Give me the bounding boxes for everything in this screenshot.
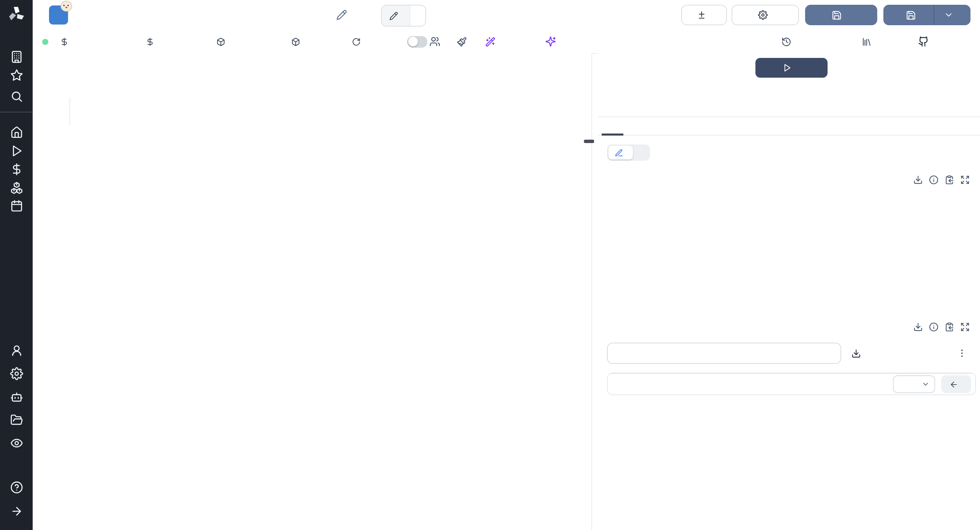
pane-divider: [592, 53, 592, 530]
audit-eye-icon[interactable]: [0, 437, 33, 450]
home-icon[interactable]: [0, 126, 33, 139]
favorites-star-icon[interactable]: [0, 69, 33, 82]
download-icon: [851, 348, 861, 358]
history-button[interactable]: [781, 30, 795, 53]
package-icon: [216, 37, 225, 46]
info-icon[interactable]: [929, 322, 939, 332]
save-icon: [831, 10, 842, 20]
add-variable-button[interactable]: [146, 30, 159, 53]
result-table: [607, 373, 976, 395]
copy-to-clipboard-icon[interactable]: [945, 322, 954, 332]
wand-sparkles-icon: [485, 37, 495, 47]
status-dot: [42, 39, 48, 45]
sparkles-icon[interactable]: [545, 30, 556, 53]
dollar-icon: [60, 37, 69, 46]
variables-dollar-icon[interactable]: [0, 163, 33, 176]
table-menu-kebab-icon[interactable]: [957, 343, 967, 364]
pretty-toggle[interactable]: [608, 146, 633, 160]
toggle-switch[interactable]: [407, 36, 427, 47]
draft-button[interactable]: [805, 5, 877, 25]
diff-icon: [697, 10, 706, 20]
path-field[interactable]: [381, 5, 426, 27]
format-paintbrush-icon[interactable]: [457, 30, 467, 53]
test-button[interactable]: [756, 58, 827, 78]
pencil-icon: [389, 11, 398, 20]
page-size-select[interactable]: [893, 375, 935, 393]
use-vscode-button[interactable]: [918, 30, 933, 53]
arrow-left-icon: [950, 380, 958, 389]
ai-gen-button[interactable]: [485, 30, 500, 53]
table-search-input[interactable]: [607, 343, 841, 364]
play-icon: [782, 63, 791, 72]
expand-sidebar-arrow-icon[interactable]: [0, 505, 33, 518]
deploy-main[interactable]: [896, 5, 929, 25]
tab-logs-result[interactable]: [601, 117, 624, 135]
download-csv-button[interactable]: [851, 343, 865, 364]
github-icon: [918, 36, 929, 47]
chevron-down-icon: [943, 10, 953, 20]
resources-boxes-icon[interactable]: [0, 181, 33, 194]
user-icon[interactable]: [0, 344, 33, 357]
runs-play-icon[interactable]: [0, 144, 33, 157]
multiplayer-toggle[interactable]: [407, 30, 427, 53]
info-icon[interactable]: [929, 175, 939, 185]
search-icon[interactable]: [0, 90, 33, 103]
result-actions: [913, 175, 970, 185]
add-resource-button[interactable]: [216, 30, 229, 53]
tab-history[interactable]: [624, 117, 645, 135]
folders-icon[interactable]: [0, 413, 33, 426]
path-value[interactable]: [410, 5, 425, 26]
rotate-icon: [352, 37, 361, 46]
workspace-building-icon[interactable]: [0, 50, 33, 63]
indent-guide: [69, 97, 70, 125]
dollar-icon: [146, 37, 154, 46]
add-context-var-button[interactable]: [60, 30, 73, 53]
package-icon: [291, 37, 300, 46]
download-icon[interactable]: [913, 175, 923, 185]
gear-icon: [758, 10, 768, 20]
help-icon[interactable]: [0, 481, 33, 494]
app-sidebar: [0, 0, 33, 530]
settings-gear-icon[interactable]: [0, 367, 33, 380]
pen-icon: [614, 148, 624, 157]
expand-icon[interactable]: [960, 175, 970, 185]
download-icon[interactable]: [913, 322, 923, 332]
table-footer: [608, 373, 975, 394]
expand-icon[interactable]: [960, 322, 970, 332]
result-tabs: [598, 117, 980, 136]
deploy-button[interactable]: [883, 5, 970, 25]
json-toggle[interactable]: [633, 146, 649, 160]
history-clock-icon: [781, 37, 791, 47]
code-editor[interactable]: [33, 53, 592, 530]
schedules-calendar-icon[interactable]: [0, 200, 33, 212]
add-type-button[interactable]: [291, 30, 304, 53]
result-view-segmented-control: [607, 144, 650, 161]
editor-toolbar: [33, 30, 980, 54]
save-icon: [905, 10, 916, 20]
reset-button[interactable]: [352, 30, 365, 53]
table-actions: [913, 322, 970, 332]
library-icon: [862, 37, 872, 47]
windmill-logo[interactable]: [0, 5, 33, 23]
chevron-down-icon: [921, 380, 930, 388]
workers-robot-icon[interactable]: [0, 390, 33, 403]
top-header: [33, 0, 980, 31]
diff-button[interactable]: [681, 5, 727, 25]
copy-to-clipboard-icon[interactable]: [945, 175, 954, 185]
deploy-divider: [933, 5, 934, 25]
bun-face-emoji: [60, 1, 72, 11]
collaborators-users-icon[interactable]: [430, 30, 440, 53]
splitter-drag-handle[interactable]: [584, 140, 594, 143]
deploy-dropdown-caret[interactable]: [939, 5, 958, 25]
path-label-section[interactable]: [382, 5, 410, 26]
edit-summary-pencil-icon[interactable]: [336, 10, 347, 21]
settings-button[interactable]: [732, 5, 799, 25]
sidebar-divider: [0, 112, 33, 112]
previous-page-button[interactable]: [941, 375, 971, 393]
run-result-panel: [598, 53, 980, 530]
library-button[interactable]: [862, 30, 876, 53]
windmill-script-editor: [0, 0, 980, 530]
